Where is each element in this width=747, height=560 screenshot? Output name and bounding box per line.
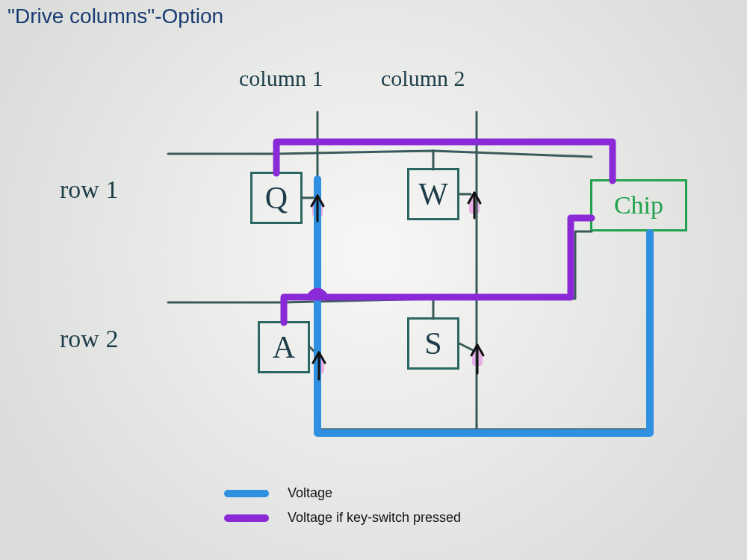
legend-label-voltage: Voltage	[288, 485, 332, 501]
wiring-svg	[0, 0, 747, 560]
legend-swatch-voltage	[224, 490, 269, 497]
legend-label-pressed: Voltage if key-switch pressed	[288, 510, 461, 526]
legend-swatch-pressed	[224, 514, 269, 522]
legend-row-voltage: Voltage	[224, 485, 461, 501]
legend: Voltage Voltage if key-switch pressed	[224, 485, 461, 535]
legend-row-pressed: Voltage if key-switch pressed	[224, 510, 461, 526]
